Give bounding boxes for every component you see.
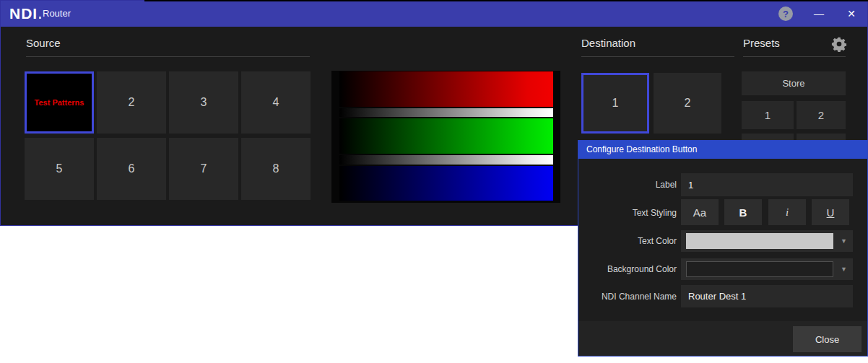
source-button-1[interactable]: Test Patterns: [25, 71, 94, 134]
background-color-dropdown[interactable]: ▼: [681, 258, 853, 280]
destination-divider: [581, 56, 734, 57]
ndi-channel-name-input[interactable]: Router Dest 1: [681, 285, 853, 307]
text-styling-label: Text Styling: [578, 208, 677, 218]
gradient-bar-white: [339, 155, 553, 165]
preset-button-1[interactable]: 1: [742, 101, 794, 129]
destination-heading: Destination: [581, 37, 635, 49]
gradient-bar-green: [339, 118, 553, 154]
test-pattern-image: [339, 71, 553, 201]
close-button[interactable]: Close: [793, 326, 862, 352]
ndi-logo: NDI: [9, 5, 41, 22]
source-button-7[interactable]: 7: [169, 138, 238, 200]
destination-button-1[interactable]: 1: [581, 73, 649, 134]
source-button-5[interactable]: 5: [25, 138, 94, 200]
background-color-label: Background Color: [578, 264, 677, 274]
text-color-swatch: [686, 233, 833, 249]
store-button[interactable]: Store: [742, 71, 846, 95]
bold-button[interactable]: B: [724, 199, 762, 225]
source-button-8[interactable]: 8: [241, 138, 311, 200]
title-bar[interactable]: NDI Router ? — ✕: [1, 1, 867, 27]
desktop: NDI Router ? — ✕ Source Test Patterns 2 …: [0, 0, 868, 363]
configure-destination-dialog: Configure Destination Button Label 1 Tex…: [578, 140, 868, 357]
preset-button-2[interactable]: 2: [797, 101, 846, 129]
window-title: Router: [43, 8, 71, 19]
source-button-4[interactable]: 4: [241, 71, 311, 134]
close-icon[interactable]: ✕: [837, 1, 866, 27]
source-button-6[interactable]: 6: [97, 138, 166, 200]
dialog-title[interactable]: Configure Destination Button: [578, 141, 867, 159]
source-button-2[interactable]: 2: [97, 71, 166, 134]
gradient-bar-blue: [339, 166, 553, 201]
text-color-dropdown[interactable]: ▼: [681, 230, 853, 252]
ndi-channel-name-label: NDI Channel Name: [578, 292, 677, 302]
source-preview: [331, 71, 560, 203]
source-divider: [26, 56, 310, 57]
font-style-button[interactable]: Aa: [681, 199, 719, 225]
gear-icon[interactable]: [831, 36, 847, 52]
help-icon: ?: [778, 6, 793, 21]
italic-button[interactable]: i: [768, 199, 806, 225]
presets-heading: Presets: [743, 37, 780, 49]
gradient-bar-red: [339, 71, 553, 107]
source-button-3[interactable]: 3: [169, 71, 238, 134]
dialog-footer: Close: [578, 321, 867, 356]
background-color-swatch: [686, 261, 833, 277]
source-heading: Source: [26, 37, 61, 49]
label-field-label: Label: [578, 180, 677, 190]
text-color-label: Text Color: [578, 236, 677, 246]
underline-button[interactable]: U: [812, 199, 849, 225]
chevron-down-icon: ▼: [841, 266, 847, 273]
presets-divider: [743, 56, 846, 57]
help-button[interactable]: ?: [771, 1, 800, 27]
gradient-bar-white: [339, 108, 553, 117]
minimize-button[interactable]: —: [804, 1, 833, 27]
label-input[interactable]: 1: [681, 173, 853, 196]
top-edge-artifact: [144, 0, 868, 1]
chevron-down-icon: ▼: [841, 237, 847, 245]
destination-button-2[interactable]: 2: [654, 73, 721, 134]
